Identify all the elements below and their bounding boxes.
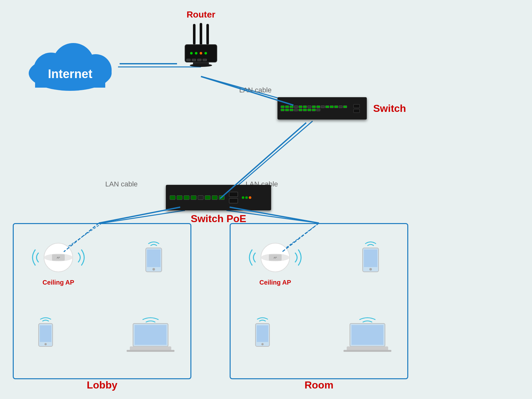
svg-text:AP: AP xyxy=(57,256,60,259)
internet-cloud: Internet xyxy=(19,32,121,99)
phone-icon-1 xyxy=(33,316,58,352)
network-diagram: Internet Router L xyxy=(0,0,532,399)
svg-point-19 xyxy=(195,52,197,54)
phone-icon-2 xyxy=(250,316,275,352)
room-box: Room AP Ceiling AP xyxy=(230,223,408,379)
svg-rect-47 xyxy=(364,250,377,267)
lobby-box: Lobby AP Ceiling AP xyxy=(13,223,191,379)
tablet-icon-2 xyxy=(356,240,385,278)
svg-rect-24 xyxy=(197,59,201,61)
svg-rect-33 xyxy=(147,250,160,267)
lobby-ceiling-ap: AP Ceiling AP xyxy=(26,237,90,286)
room-ceiling-ap: AP Ceiling AP xyxy=(243,237,307,286)
router-icon xyxy=(175,22,226,83)
switch-label: Switch xyxy=(373,103,406,114)
svg-rect-50 xyxy=(257,325,268,342)
poe-switch-device xyxy=(166,185,271,210)
switch-container: Switch xyxy=(277,97,406,120)
switch-poe-container: Switch PoE xyxy=(166,185,271,225)
lobby-ap-icon: AP xyxy=(26,237,90,278)
room-tablet xyxy=(356,240,385,279)
svg-point-21 xyxy=(204,52,207,54)
svg-rect-40 xyxy=(130,346,171,350)
svg-rect-54 xyxy=(347,346,388,350)
svg-rect-55 xyxy=(344,350,391,352)
svg-point-27 xyxy=(190,64,212,67)
room-laptop xyxy=(340,316,395,359)
room-phone xyxy=(250,316,275,353)
svg-point-20 xyxy=(200,52,202,54)
svg-point-37 xyxy=(45,343,47,345)
laptop-icon-1 xyxy=(123,316,178,358)
router-container: Router xyxy=(175,10,226,83)
lobby-ceiling-ap-label: Ceiling AP xyxy=(42,279,74,286)
svg-rect-14 xyxy=(200,23,202,45)
svg-point-48 xyxy=(369,268,372,271)
svg-point-34 xyxy=(152,268,155,271)
lobby-tablet-1 xyxy=(139,240,168,279)
svg-rect-53 xyxy=(351,325,383,345)
lobby-label: Lobby xyxy=(87,379,117,391)
svg-rect-39 xyxy=(135,325,166,345)
lobby-phone-1 xyxy=(33,316,58,353)
lobby-laptop xyxy=(123,316,178,359)
laptop-icon-2 xyxy=(340,316,395,358)
svg-text:AP: AP xyxy=(274,256,277,259)
svg-rect-36 xyxy=(40,325,51,342)
room-label: Room xyxy=(305,379,334,391)
svg-rect-25 xyxy=(203,59,207,61)
svg-rect-13 xyxy=(193,24,196,45)
room-ceiling-ap-label: Ceiling AP xyxy=(259,279,291,286)
switch-device xyxy=(277,97,367,120)
svg-point-51 xyxy=(262,343,264,345)
tablet-icon-1 xyxy=(139,240,168,278)
svg-point-18 xyxy=(190,52,193,54)
router-label: Router xyxy=(187,10,215,20)
svg-rect-41 xyxy=(127,350,174,352)
room-ap-icon: AP xyxy=(243,237,307,278)
lan-cable-label-1: LAN cable xyxy=(239,86,272,94)
svg-rect-22 xyxy=(187,59,190,61)
lan-cable-label-2: LAN cable xyxy=(105,180,138,188)
svg-text:Internet: Internet xyxy=(48,67,92,81)
cloud-shape: Internet xyxy=(19,32,121,99)
svg-rect-23 xyxy=(192,59,196,61)
svg-rect-15 xyxy=(206,24,209,45)
